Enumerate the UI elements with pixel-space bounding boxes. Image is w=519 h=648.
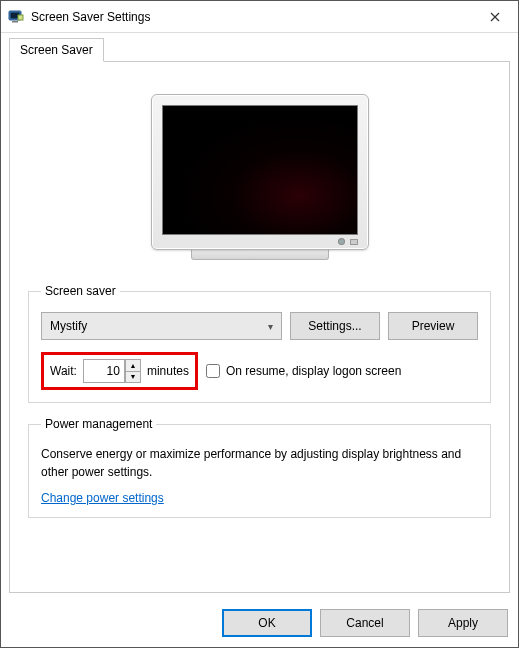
- app-icon: [7, 8, 25, 26]
- resume-text: On resume, display logon screen: [226, 364, 401, 378]
- wait-spinner: ▲ ▼: [83, 359, 141, 383]
- wait-label: Wait:: [50, 364, 77, 378]
- resume-checkbox-label[interactable]: On resume, display logon screen: [206, 364, 401, 378]
- close-button[interactable]: [472, 1, 518, 33]
- monitor-frame: [151, 94, 369, 250]
- settings-button[interactable]: Settings...: [290, 312, 380, 340]
- change-power-settings-link[interactable]: Change power settings: [41, 491, 164, 505]
- monitor-stand: [191, 250, 329, 260]
- tab-panel: Screen saver Mystify ▾ Settings... Previ…: [9, 61, 510, 593]
- screensaver-select-value: Mystify: [50, 319, 87, 333]
- dialog-button-bar: OK Cancel Apply: [1, 601, 518, 647]
- wait-highlight: Wait: ▲ ▼ minutes: [41, 352, 198, 390]
- resume-checkbox[interactable]: [206, 364, 220, 378]
- wait-down-button[interactable]: ▼: [125, 371, 141, 384]
- chevron-down-icon: ▾: [268, 321, 273, 332]
- wait-unit: minutes: [147, 364, 189, 378]
- monitor-led-icon: [339, 239, 344, 244]
- screensaver-settings-window: Screen Saver Settings Screen Saver Scree…: [0, 0, 519, 648]
- screensaver-group: Screen saver Mystify ▾ Settings... Previ…: [28, 284, 491, 403]
- window-title: Screen Saver Settings: [31, 10, 472, 24]
- preview-button[interactable]: Preview: [388, 312, 478, 340]
- screensaver-legend: Screen saver: [41, 284, 120, 298]
- tabstrip: Screen Saver: [1, 33, 518, 61]
- cancel-button[interactable]: Cancel: [320, 609, 410, 637]
- ok-button[interactable]: OK: [222, 609, 312, 637]
- wait-up-button[interactable]: ▲: [125, 359, 141, 371]
- tab-screensaver[interactable]: Screen Saver: [9, 38, 104, 62]
- power-group: Power management Conserve energy or maxi…: [28, 417, 491, 518]
- monitor-power-icon: [350, 239, 358, 245]
- svg-rect-3: [18, 15, 23, 20]
- svg-rect-2: [12, 21, 18, 23]
- monitor-screen: [162, 105, 358, 235]
- titlebar: Screen Saver Settings: [1, 1, 518, 33]
- power-legend: Power management: [41, 417, 156, 431]
- power-description: Conserve energy or maximize performance …: [41, 445, 478, 481]
- screensaver-select[interactable]: Mystify ▾: [41, 312, 282, 340]
- preview-area: [28, 80, 491, 284]
- apply-button[interactable]: Apply: [418, 609, 508, 637]
- wait-input[interactable]: [83, 359, 125, 383]
- monitor-preview: [151, 94, 369, 260]
